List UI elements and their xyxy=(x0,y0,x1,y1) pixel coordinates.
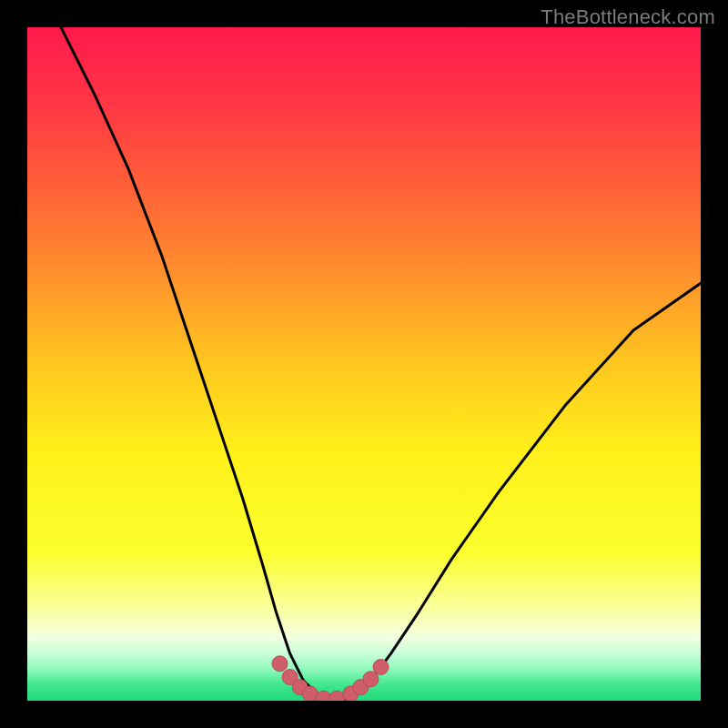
watermark-text: TheBottleneck.com xyxy=(541,5,715,29)
optimal-dot xyxy=(373,660,389,675)
plot-area xyxy=(27,27,701,701)
optimal-dot xyxy=(272,656,288,672)
chart-frame: TheBottleneck.com xyxy=(0,0,728,728)
bottleneck-chart-svg xyxy=(27,27,701,701)
gradient-background xyxy=(27,27,701,701)
